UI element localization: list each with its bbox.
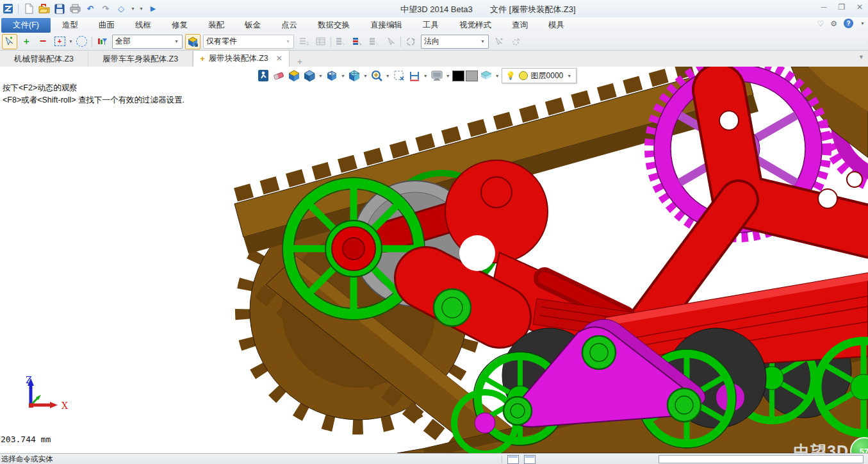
- color-swatch-black[interactable]: [452, 70, 464, 81]
- v-arm-hole-3: [847, 172, 862, 187]
- view-wireframe-caret[interactable]: ▼: [363, 74, 368, 78]
- orientation-combo[interactable]: 法向▼: [421, 35, 489, 49]
- view-orientation-caret[interactable]: ▼: [341, 74, 345, 78]
- part-filter-combo[interactable]: 仅有零件▼: [203, 35, 294, 49]
- remove-selection-icon[interactable]: −: [35, 34, 51, 49]
- status-input-field[interactable]: [659, 455, 864, 463]
- tab-robot-arm-assembly[interactable]: 机械臂装配体.Z3: [0, 51, 88, 67]
- pick-tool-icon[interactable]: [2, 34, 17, 49]
- message-log-icon[interactable]: [524, 455, 536, 464]
- stack-filter-a-icon[interactable]: [333, 34, 348, 49]
- color-swatch-gray[interactable]: [466, 70, 478, 81]
- pick-point-icon[interactable]: [491, 34, 507, 49]
- assembly-3d-model[interactable]: [0, 67, 868, 453]
- zw3d-window: ↶ ↷ ◇ ▼ ▼ ▶ 中望3D 2014 Beta3 文件 [履带块装配体.Z…: [0, 0, 868, 464]
- svg-text:123: 123: [306, 41, 309, 46]
- list-table-icon[interactable]: [313, 34, 329, 49]
- undo-icon[interactable]: ↶: [84, 3, 97, 15]
- entity-filter-combo[interactable]: 全部▼: [112, 35, 183, 49]
- tab-list-chevron-icon[interactable]: ▼: [858, 54, 864, 60]
- play-macro-icon[interactable]: ▶: [147, 3, 160, 15]
- open-file-icon[interactable]: [38, 3, 51, 15]
- reorient-icon[interactable]: [403, 34, 418, 49]
- menu-pointcloud[interactable]: 点云: [272, 18, 306, 33]
- menu-directedit[interactable]: 直接编辑: [361, 18, 411, 33]
- menu-bar: 文件(F) 造型 曲面 线框 修复 装配 钣金 点云 数据交换 直接编辑 工具 …: [0, 17, 868, 33]
- view-manager-caret[interactable]: ▼: [131, 6, 135, 11]
- eraser-icon[interactable]: [272, 69, 286, 83]
- align-plane-icon[interactable]: [407, 69, 422, 83]
- layer-visibility-bulb-icon[interactable]: 💡: [506, 71, 516, 80]
- add-selection-icon[interactable]: ＋: [19, 34, 34, 49]
- filter-icon[interactable]: [94, 34, 110, 49]
- layer-caret[interactable]: ▼: [567, 74, 571, 78]
- menu-dataexchange[interactable]: 数据交换: [309, 18, 359, 33]
- menu-mold[interactable]: 模具: [539, 18, 573, 33]
- transparency-caret[interactable]: ▼: [495, 74, 500, 78]
- display-mode-icon[interactable]: [430, 69, 444, 83]
- v-arm-hole-2: [818, 189, 837, 208]
- view-orientation-icon[interactable]: [325, 69, 339, 83]
- menu-inquire[interactable]: 查询: [503, 18, 537, 33]
- menu-repair[interactable]: 修复: [163, 18, 197, 33]
- app-logo-icon[interactable]: [1, 3, 14, 15]
- plate-boss-left: [504, 397, 532, 425]
- menu-sheetmetal[interactable]: 钣金: [236, 18, 270, 33]
- view-manager-icon[interactable]: ◇: [115, 3, 127, 15]
- restore-button[interactable]: ❐: [837, 3, 846, 12]
- help-caret[interactable]: ▼: [860, 21, 865, 26]
- help-icon[interactable]: ?: [844, 19, 853, 28]
- menu-visualstyle[interactable]: 视觉样式: [450, 18, 500, 33]
- watermark-logo-text: 中望3D: [794, 441, 849, 454]
- magnet-snap-icon[interactable]: [508, 34, 523, 49]
- stack-filter-c-icon[interactable]: [366, 34, 382, 49]
- layer-color-icon[interactable]: [519, 71, 528, 80]
- menu-surface[interactable]: 曲面: [90, 18, 124, 33]
- prompt-line-2: <F8>或者<Shift-roll> 查找下一个有效的过滤器设置.: [3, 94, 184, 106]
- layer-combo[interactable]: 💡 图层0000 ▼: [502, 68, 577, 83]
- close-button[interactable]: ✕: [855, 3, 864, 12]
- watermark: 中望3D 57: [794, 437, 867, 453]
- menu-shape[interactable]: 造型: [53, 18, 87, 33]
- view-wireframe-icon[interactable]: [347, 69, 361, 83]
- pick-box-icon[interactable]: +: [52, 34, 67, 49]
- tab-track-block-assembly[interactable]: + 履带块装配体.Z3 ✕: [193, 50, 290, 67]
- view-shaded-icon[interactable]: [302, 69, 316, 83]
- qat-customize-caret[interactable]: ▼: [139, 6, 143, 11]
- zoom-icon[interactable]: [370, 69, 384, 83]
- new-tab-button[interactable]: +: [290, 56, 310, 67]
- plate-boss-top: [582, 336, 616, 369]
- redo-icon[interactable]: ↷: [99, 3, 112, 15]
- menu-tools[interactable]: 工具: [414, 18, 448, 33]
- exit-environment-icon[interactable]: [256, 69, 270, 83]
- menu-assembly[interactable]: 装配: [199, 18, 233, 33]
- display-mode-caret[interactable]: ▼: [446, 74, 450, 78]
- quick-access-toolbar: ↶ ↷ ◇ ▼ ▼ ▶: [1, 1, 160, 16]
- reference-manager-icon[interactable]: [185, 34, 201, 49]
- align-plane-caret[interactable]: ▼: [423, 74, 428, 78]
- view-isometric-icon[interactable]: [287, 69, 301, 83]
- tab-close-icon[interactable]: ✕: [276, 54, 283, 63]
- list-numbered-icon[interactable]: 123: [297, 34, 312, 49]
- pick-last-icon[interactable]: [383, 34, 398, 49]
- zoom-window-icon[interactable]: [392, 69, 406, 83]
- menu-wireframe[interactable]: 线框: [126, 18, 160, 33]
- app-title: 中望3D 2014 Beta3: [400, 4, 473, 15]
- zoom-caret[interactable]: ▼: [386, 74, 390, 78]
- minimize-button[interactable]: ─: [819, 3, 828, 12]
- tab-vehicle-body-assembly[interactable]: 履带车车身装配体.Z3: [88, 51, 193, 67]
- view-shaded-caret[interactable]: ▼: [318, 74, 323, 78]
- print-icon[interactable]: [69, 3, 81, 15]
- save-icon[interactable]: [53, 3, 66, 15]
- prompt-message: 按下<F2>动态的观察 <F8>或者<Shift-roll> 查找下一个有效的过…: [3, 82, 184, 106]
- graphics-viewport[interactable]: ▼ ▼ ▼ ▼ ▼ ▼ ▼ 💡: [0, 67, 868, 453]
- new-file-icon[interactable]: [22, 3, 35, 15]
- pick-box-caret[interactable]: ▼: [69, 39, 73, 44]
- stack-filter-b-icon[interactable]: [350, 34, 365, 49]
- pick-lasso-circle-icon[interactable]: [74, 34, 90, 49]
- menu-file[interactable]: 文件(F): [1, 18, 51, 33]
- transparency-icon[interactable]: [479, 69, 493, 83]
- panel-toggle-icon[interactable]: [507, 455, 519, 464]
- settings-gear-icon[interactable]: ⚙: [830, 19, 837, 28]
- favorite-icon[interactable]: ♡: [817, 19, 824, 28]
